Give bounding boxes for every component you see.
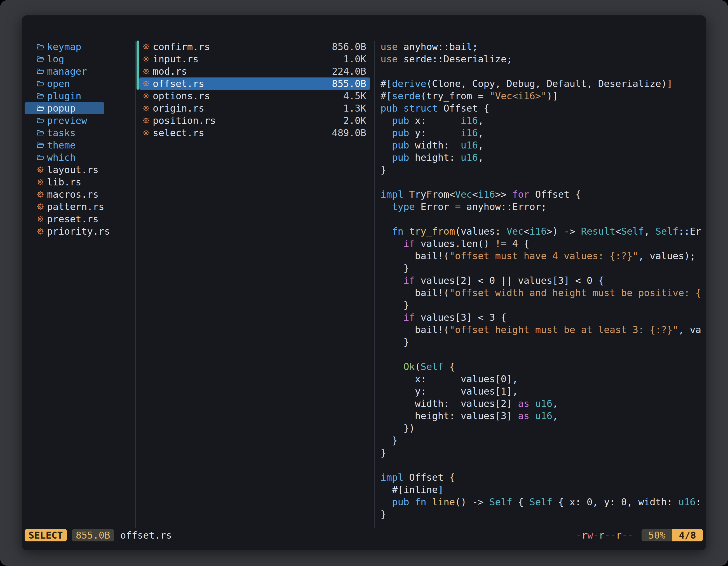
rust-file-icon [36,190,45,199]
sidebar-dir-tasks[interactable]: tasks [25,127,135,139]
code-line: } [381,299,702,311]
code-line: } [381,336,702,348]
code-line: width: values[2] as u16, [381,397,702,410]
sidebar-dir-keymap[interactable]: keymap [25,41,135,53]
file-size: 4.5K [343,90,366,102]
sidebar-file-priority-rs[interactable]: priority.rs [25,225,135,238]
file-row-select-rs[interactable]: select.rs489.0B [139,127,370,139]
status-bar: SELECT 855.0B offset.rs -rw-r--r-- 50% 4… [25,529,703,541]
desktop-background: keymaplogmanageropenpluginpopuppreviewta… [0,0,728,566]
rust-file-icon [142,55,151,64]
code-line: impl TryFrom<Vec<i16>> for Offset { [381,188,702,201]
sidebar-dir-which[interactable]: which [25,151,135,164]
file-row-mod-rs[interactable]: mod.rs224.0B [139,65,370,78]
file-name: options.rs [153,90,343,102]
code-line: } [381,262,702,274]
entry-name: preview [47,115,87,126]
code-line: #[derive(Clone, Copy, Debug, Default, De… [381,78,702,90]
code-line: } [381,434,702,447]
code-line: use serde::Deserialize; [381,53,702,65]
marked-indicator [137,65,139,78]
code-line [381,213,702,225]
sidebar-file-layout-rs[interactable]: layout.rs [25,164,135,176]
parent-directory-pane: keymaplogmanageropenpluginpopuppreviewta… [25,41,135,238]
code-line [381,348,702,360]
sidebar-dir-theme[interactable]: theme [25,139,135,151]
pane-separator-left [135,41,136,528]
sidebar-file-pattern-rs[interactable]: pattern.rs [25,201,135,213]
sidebar-file-macros-rs[interactable]: macros.rs [25,188,135,201]
file-name: input.rs [153,53,343,65]
rust-file-icon [36,165,45,174]
entry-name: tasks [47,127,76,139]
code-line: pub width: u16, [381,139,702,151]
rust-file-icon [142,116,151,125]
file-size: 2.0K [343,115,366,126]
pane-separator-right [374,41,375,528]
entry-name: which [47,152,76,163]
code-line: if values[2] < 0 || values[3] < 0 { [381,274,702,286]
file-row-confirm-rs[interactable]: confirm.rs856.0B [139,41,370,53]
code-line: pub height: u16, [381,151,702,164]
folder-icon [36,128,45,137]
sidebar-dir-preview[interactable]: preview [25,114,135,127]
rust-file-icon [142,79,151,88]
rust-file-icon [36,202,45,211]
entry-name: log [47,53,64,65]
entry-name: manager [47,66,87,77]
code-line: bail!("offset must have 4 values: {:?}",… [381,250,702,262]
scroll-percent-badge: 50% [642,529,672,541]
entry-name: plugin [47,90,81,102]
code-line: x: values[0], [381,373,702,385]
folder-icon [36,153,45,162]
sidebar-dir-manager[interactable]: manager [25,65,135,78]
code-line: type Error = anyhow::Error; [381,201,702,213]
file-row-offset-rs[interactable]: offset.rs855.0B [139,78,370,90]
file-size: 489.0B [332,127,366,139]
code-line: y: values[1], [381,385,702,397]
mode-badge: SELECT [25,529,67,541]
sidebar-dir-log[interactable]: log [25,53,135,65]
file-row-input-rs[interactable]: input.rs1.0K [139,53,370,65]
sidebar-dir-popup[interactable]: popup [25,102,135,114]
file-name: origin.rs [153,103,343,114]
file-row-options-rs[interactable]: options.rs4.5K [139,90,370,102]
marked-indicator [137,78,139,90]
folder-icon [36,104,45,113]
code-line: } [381,447,702,459]
file-row-origin-rs[interactable]: origin.rs1.3K [139,102,370,114]
rust-file-icon [142,104,151,113]
file-row-position-rs[interactable]: position.rs2.0K [139,114,370,127]
sidebar-file-preset-rs[interactable]: preset.rs [25,213,135,225]
rust-file-icon [36,178,45,187]
code-line: bail!("offset width and height must be p… [381,286,702,299]
rust-file-icon [36,215,45,224]
file-size: 224.0B [332,66,366,77]
sidebar-dir-open[interactable]: open [25,78,135,90]
current-directory-pane: confirm.rs856.0Binput.rs1.0Kmod.rs224.0B… [137,41,370,139]
code-line: height: values[3] as u16, [381,410,702,422]
code-line: Ok(Self { [381,360,702,373]
folder-icon [36,79,45,88]
sidebar-file-lib-rs[interactable]: lib.rs [25,176,135,188]
code-line: pub struct Offset { [381,102,702,114]
entry-name: priority.rs [47,226,110,237]
file-permissions: -rw-r--r-- [576,530,633,541]
file-size: 1.0K [343,53,366,65]
code-line: pub x: i16, [381,114,702,127]
file-preview-pane: use anyhow::bail;use serde::Deserialize;… [381,41,702,527]
rust-file-icon [36,227,45,236]
entry-name: theme [47,140,76,151]
folder-icon [36,116,45,125]
folder-icon [36,67,45,76]
code-line: if values[3] < 3 { [381,311,702,323]
marked-indicator [137,41,139,53]
code-line: }) [381,422,702,434]
sidebar-dir-plugin[interactable]: plugin [25,90,135,102]
file-size: 856.0B [332,41,366,52]
code-line: #[serde(try_from = "Vec<i16>")] [381,90,702,102]
code-line: impl Offset { [381,471,702,483]
status-left-group: SELECT 855.0B offset.rs [25,529,172,541]
entry-name: popup [47,103,76,114]
code-line: if values.len() != 4 { [381,238,702,250]
